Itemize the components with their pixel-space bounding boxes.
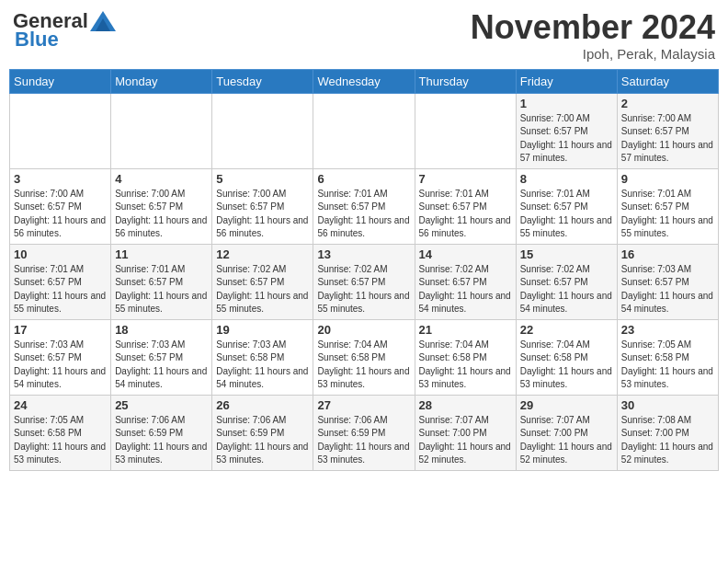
calendar-cell: 3Sunrise: 7:00 AMSunset: 6:57 PMDaylight… (10, 168, 111, 244)
calendar-cell: 24Sunrise: 7:05 AMSunset: 6:58 PMDayligh… (10, 395, 111, 470)
day-number: 12 (216, 247, 309, 261)
day-number: 22 (520, 323, 613, 337)
calendar-cell: 26Sunrise: 7:06 AMSunset: 6:59 PMDayligh… (212, 395, 313, 470)
day-number: 23 (621, 323, 714, 337)
day-number: 14 (419, 247, 512, 261)
day-number: 13 (317, 247, 410, 261)
day-number: 9 (621, 172, 714, 186)
day-info: Sunrise: 7:01 AMSunset: 6:57 PMDaylight:… (520, 188, 613, 241)
month-title: November 2024 (471, 9, 715, 46)
calendar-cell: 18Sunrise: 7:03 AMSunset: 6:57 PMDayligh… (111, 319, 212, 395)
day-number: 2 (621, 97, 714, 110)
col-header-thursday: Thursday (415, 69, 516, 93)
day-info: Sunrise: 7:01 AMSunset: 6:57 PMDaylight:… (115, 263, 208, 316)
logo-icon (90, 11, 116, 31)
calendar-cell: 27Sunrise: 7:06 AMSunset: 6:59 PMDayligh… (313, 395, 415, 470)
day-info: Sunrise: 7:00 AMSunset: 6:57 PMDaylight:… (14, 188, 107, 241)
calendar-cell: 15Sunrise: 7:02 AMSunset: 6:57 PMDayligh… (516, 244, 617, 319)
day-info: Sunrise: 7:00 AMSunset: 6:57 PMDaylight:… (520, 112, 613, 166)
col-header-saturday: Saturday (617, 69, 718, 93)
day-number: 8 (520, 172, 613, 186)
calendar-cell: 25Sunrise: 7:06 AMSunset: 6:59 PMDayligh… (111, 395, 212, 470)
day-number: 11 (115, 247, 208, 261)
day-number: 28 (419, 398, 512, 412)
day-info: Sunrise: 7:06 AMSunset: 6:59 PMDaylight:… (317, 414, 410, 467)
day-number: 5 (216, 172, 309, 186)
col-header-monday: Monday (111, 69, 212, 93)
calendar-cell: 13Sunrise: 7:02 AMSunset: 6:57 PMDayligh… (313, 244, 415, 319)
day-info: Sunrise: 7:07 AMSunset: 7:00 PMDaylight:… (419, 414, 512, 467)
calendar-cell: 17Sunrise: 7:03 AMSunset: 6:57 PMDayligh… (10, 319, 111, 395)
calendar-cell: 21Sunrise: 7:04 AMSunset: 6:58 PMDayligh… (415, 319, 516, 395)
day-info: Sunrise: 7:06 AMSunset: 6:59 PMDaylight:… (115, 414, 208, 467)
day-info: Sunrise: 7:04 AMSunset: 6:58 PMDaylight:… (520, 339, 613, 392)
day-number: 29 (520, 398, 613, 412)
day-info: Sunrise: 7:01 AMSunset: 6:57 PMDaylight:… (14, 263, 107, 316)
day-number: 6 (317, 172, 410, 186)
calendar-cell: 14Sunrise: 7:02 AMSunset: 6:57 PMDayligh… (415, 244, 516, 319)
calendar-week-row: 1Sunrise: 7:00 AMSunset: 6:57 PMDaylight… (10, 93, 719, 168)
day-info: Sunrise: 7:02 AMSunset: 6:57 PMDaylight:… (520, 263, 613, 316)
calendar-cell: 2Sunrise: 7:00 AMSunset: 6:57 PMDaylight… (617, 93, 718, 168)
day-number: 20 (317, 323, 410, 337)
day-info: Sunrise: 7:00 AMSunset: 6:57 PMDaylight:… (621, 112, 714, 166)
calendar-cell (212, 93, 313, 168)
day-info: Sunrise: 7:00 AMSunset: 6:57 PMDaylight:… (216, 188, 309, 241)
day-info: Sunrise: 7:02 AMSunset: 6:57 PMDaylight:… (419, 263, 512, 316)
calendar-week-row: 24Sunrise: 7:05 AMSunset: 6:58 PMDayligh… (10, 395, 719, 470)
day-info: Sunrise: 7:06 AMSunset: 6:59 PMDaylight:… (216, 414, 309, 467)
col-header-friday: Friday (516, 69, 617, 93)
calendar-cell (10, 93, 111, 168)
day-info: Sunrise: 7:02 AMSunset: 6:57 PMDaylight:… (216, 263, 309, 316)
logo: General Blue (13, 9, 116, 52)
calendar-cell (313, 93, 415, 168)
location-text: Ipoh, Perak, Malaysia (471, 46, 715, 62)
calendar-cell: 10Sunrise: 7:01 AMSunset: 6:57 PMDayligh… (10, 244, 111, 319)
calendar-week-row: 17Sunrise: 7:03 AMSunset: 6:57 PMDayligh… (10, 319, 719, 395)
calendar-cell: 30Sunrise: 7:08 AMSunset: 7:00 PMDayligh… (617, 395, 718, 470)
calendar-header-row: SundayMondayTuesdayWednesdayThursdayFrid… (10, 69, 719, 93)
calendar-cell: 28Sunrise: 7:07 AMSunset: 7:00 PMDayligh… (415, 395, 516, 470)
day-info: Sunrise: 7:02 AMSunset: 6:57 PMDaylight:… (317, 263, 410, 316)
calendar-cell: 23Sunrise: 7:05 AMSunset: 6:58 PMDayligh… (617, 319, 718, 395)
day-info: Sunrise: 7:01 AMSunset: 6:57 PMDaylight:… (621, 188, 714, 241)
day-info: Sunrise: 7:08 AMSunset: 7:00 PMDaylight:… (621, 414, 714, 467)
calendar-cell: 11Sunrise: 7:01 AMSunset: 6:57 PMDayligh… (111, 244, 212, 319)
day-number: 1 (520, 97, 613, 110)
day-number: 24 (14, 398, 107, 412)
calendar-cell: 19Sunrise: 7:03 AMSunset: 6:58 PMDayligh… (212, 319, 313, 395)
calendar-cell: 5Sunrise: 7:00 AMSunset: 6:57 PMDaylight… (212, 168, 313, 244)
calendar-cell: 6Sunrise: 7:01 AMSunset: 6:57 PMDaylight… (313, 168, 415, 244)
day-info: Sunrise: 7:04 AMSunset: 6:58 PMDaylight:… (317, 339, 410, 392)
day-info: Sunrise: 7:01 AMSunset: 6:57 PMDaylight:… (317, 188, 410, 241)
calendar-week-row: 3Sunrise: 7:00 AMSunset: 6:57 PMDaylight… (10, 168, 719, 244)
calendar-week-row: 10Sunrise: 7:01 AMSunset: 6:57 PMDayligh… (10, 244, 719, 319)
day-info: Sunrise: 7:05 AMSunset: 6:58 PMDaylight:… (14, 414, 107, 467)
day-number: 27 (317, 398, 410, 412)
calendar-cell: 29Sunrise: 7:07 AMSunset: 7:00 PMDayligh… (516, 395, 617, 470)
day-number: 3 (14, 172, 107, 186)
calendar-cell: 22Sunrise: 7:04 AMSunset: 6:58 PMDayligh… (516, 319, 617, 395)
day-info: Sunrise: 7:01 AMSunset: 6:57 PMDaylight:… (419, 188, 512, 241)
calendar-cell: 8Sunrise: 7:01 AMSunset: 6:57 PMDaylight… (516, 168, 617, 244)
day-number: 7 (419, 172, 512, 186)
calendar-cell: 9Sunrise: 7:01 AMSunset: 6:57 PMDaylight… (617, 168, 718, 244)
day-info: Sunrise: 7:03 AMSunset: 6:57 PMDaylight:… (14, 339, 107, 392)
calendar-cell (415, 93, 516, 168)
day-info: Sunrise: 7:03 AMSunset: 6:58 PMDaylight:… (216, 339, 309, 392)
page-header: General Blue November 2024 Ipoh, Perak, … (9, 9, 719, 62)
calendar-cell: 7Sunrise: 7:01 AMSunset: 6:57 PMDaylight… (415, 168, 516, 244)
calendar-cell: 16Sunrise: 7:03 AMSunset: 6:57 PMDayligh… (617, 244, 718, 319)
day-number: 17 (14, 323, 107, 337)
col-header-sunday: Sunday (10, 69, 111, 93)
day-info: Sunrise: 7:03 AMSunset: 6:57 PMDaylight:… (115, 339, 208, 392)
day-info: Sunrise: 7:07 AMSunset: 7:00 PMDaylight:… (520, 414, 613, 467)
day-number: 19 (216, 323, 309, 337)
day-number: 16 (621, 247, 714, 261)
day-number: 25 (115, 398, 208, 412)
col-header-tuesday: Tuesday (212, 69, 313, 93)
title-area: November 2024 Ipoh, Perak, Malaysia (471, 9, 715, 62)
day-number: 18 (115, 323, 208, 337)
day-info: Sunrise: 7:04 AMSunset: 6:58 PMDaylight:… (419, 339, 512, 392)
day-number: 26 (216, 398, 309, 412)
